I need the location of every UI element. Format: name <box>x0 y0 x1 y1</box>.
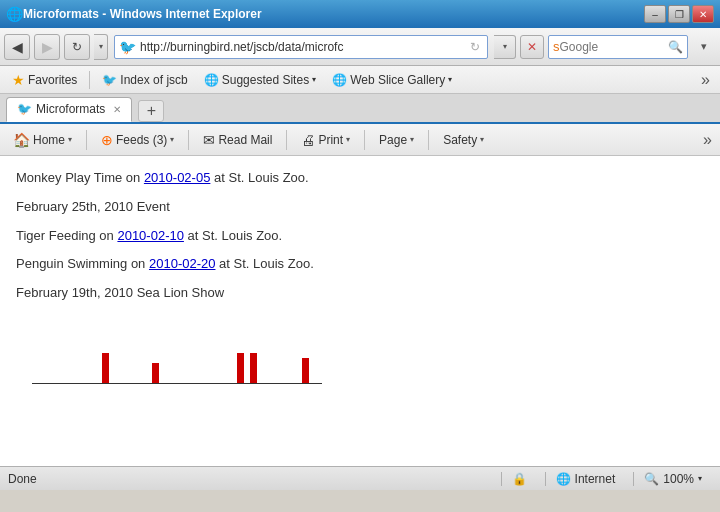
title-bar: 🌐 Microformats - Windows Internet Explor… <box>0 0 720 28</box>
chart-bar-3 <box>237 353 244 383</box>
back-button[interactable]: ◀ <box>4 34 30 60</box>
nav-dropdown-button[interactable]: ▾ <box>94 34 108 60</box>
favorites-button[interactable]: ★ Favorites <box>6 70 83 90</box>
home-dropdown-icon: ▾ <box>68 135 72 144</box>
search-options-button[interactable]: ▾ <box>692 35 716 59</box>
tab-microformats[interactable]: 🐦 Microformats ✕ <box>6 97 132 122</box>
chart-area <box>32 324 688 384</box>
toolbar-sep-1 <box>86 130 87 150</box>
toolbar: 🏠 Home ▾ ⊕ Feeds (3) ▾ ✉ Read Mail 🖨 Pri… <box>0 124 720 156</box>
star-icon: ★ <box>12 72 25 88</box>
tab-icon: 🐦 <box>17 102 32 116</box>
zone-label: Internet <box>575 472 616 486</box>
chart-bar-2 <box>152 363 159 383</box>
print-button[interactable]: 🖨 Print ▾ <box>292 128 359 152</box>
web-slice-link[interactable]: 🌐 Web Slice Gallery ▾ <box>326 71 458 89</box>
toolbar-sep-5 <box>428 130 429 150</box>
print-dropdown-icon: ▾ <box>346 135 350 144</box>
tab-bar: 🐦 Microformats ✕ + <box>0 94 720 124</box>
read-mail-button[interactable]: ✉ Read Mail <box>194 128 281 152</box>
feeds-dropdown-icon: ▾ <box>170 135 174 144</box>
link-2010-02-05[interactable]: 2010-02-05 <box>144 170 211 185</box>
home-icon: 🏠 <box>13 132 30 148</box>
toolbar-sep-4 <box>364 130 365 150</box>
mail-icon: ✉ <box>203 132 215 148</box>
fav-divider-1 <box>89 71 90 89</box>
status-zone: 🌐 Internet <box>545 472 626 486</box>
index-label: Index of jscb <box>120 73 187 87</box>
print-icon: 🖨 <box>301 132 315 148</box>
refresh-button[interactable]: ↻ <box>64 34 90 60</box>
readmail-label: Read Mail <box>218 133 272 147</box>
feeds-button[interactable]: ⊕ Feeds (3) ▾ <box>92 128 183 152</box>
favorites-label: Favorites <box>28 73 77 87</box>
chart-bar-4 <box>250 353 257 383</box>
status-bar: Done 🔒 🌐 Internet 🔍 100% ▾ <box>0 466 720 490</box>
home-label: Home <box>33 133 65 147</box>
zoom-dropdown-icon: ▾ <box>698 474 702 483</box>
content-line-4: Penguin Swimming on 2010-02-20 at St. Lo… <box>16 254 704 275</box>
page-dropdown-icon: ▾ <box>410 135 414 144</box>
page-label: Page <box>379 133 407 147</box>
site-icon: 🐦 <box>119 39 136 55</box>
safety-button[interactable]: Safety ▾ <box>434 129 493 151</box>
search-submit-button[interactable]: 🔍 <box>668 40 683 54</box>
safety-label: Safety <box>443 133 477 147</box>
close-button[interactable]: ✕ <box>692 5 714 23</box>
search-input[interactable] <box>560 40 669 54</box>
window-controls: – ❐ ✕ <box>644 5 714 23</box>
expand-toolbar-button[interactable]: » <box>697 71 714 89</box>
navigation-bar: ◀ ▶ ↻ ▾ 🐦 http://burningbird.net/jscb/da… <box>0 28 720 66</box>
print-label: Print <box>318 133 343 147</box>
chart-bar-5 <box>302 358 309 383</box>
suggested-sites-link[interactable]: 🌐 Suggested Sites ▾ <box>198 71 322 89</box>
new-tab-button[interactable]: + <box>138 100 164 122</box>
window-title: Microformats - Windows Internet Explorer <box>23 7 644 21</box>
content-line-3: Tiger Feeding on 2010-02-10 at St. Louis… <box>16 226 704 247</box>
suggested-dropdown-icon: ▾ <box>312 75 316 84</box>
suggested-label: Suggested Sites <box>222 73 309 87</box>
status-text: Done <box>8 472 493 486</box>
content-line-5: February 19th, 2010 Sea Lion Show <box>16 283 704 304</box>
toolbar-sep-3 <box>286 130 287 150</box>
address-dropdown-button[interactable]: ▾ <box>494 35 516 59</box>
content-line-2: February 25th, 2010 Event <box>16 197 704 218</box>
link-2010-02-20[interactable]: 2010-02-20 <box>149 256 216 271</box>
home-button[interactable]: 🏠 Home ▾ <box>4 128 81 152</box>
webslice-icon: 🌐 <box>332 73 347 87</box>
address-refresh-icon[interactable]: ↻ <box>467 39 483 55</box>
safety-dropdown-icon: ▾ <box>480 135 484 144</box>
feeds-icon: ⊕ <box>101 132 113 148</box>
content-area: Monkey Play Time on 2010-02-05 at St. Lo… <box>0 156 720 466</box>
stop-button[interactable]: ✕ <box>520 35 544 59</box>
jscb-icon: 🐦 <box>102 73 117 87</box>
tab-label: Microformats <box>36 102 105 116</box>
chart-bar-1 <box>102 353 109 383</box>
expand-toolbar-button-2[interactable]: » <box>699 131 716 149</box>
webslice-dropdown-icon: ▾ <box>448 75 452 84</box>
search-bar[interactable]: s 🔍 <box>548 35 688 59</box>
link-2010-02-10[interactable]: 2010-02-10 <box>117 228 184 243</box>
address-input[interactable]: http://burningbird.net/jscb/data/microfc <box>140 40 467 54</box>
feeds-label: Feeds (3) <box>116 133 167 147</box>
page-button[interactable]: Page ▾ <box>370 129 423 151</box>
toolbar-sep-2 <box>188 130 189 150</box>
content-line-1: Monkey Play Time on 2010-02-05 at St. Lo… <box>16 168 704 189</box>
forward-button[interactable]: ▶ <box>34 34 60 60</box>
address-bar[interactable]: 🐦 http://burningbird.net/jscb/data/micro… <box>114 35 488 59</box>
zoom-level: 100% <box>663 472 694 486</box>
favorites-bar: ★ Favorites 🐦 Index of jscb 🌐 Suggested … <box>0 66 720 94</box>
index-of-jscb-link[interactable]: 🐦 Index of jscb <box>96 71 193 89</box>
restore-button[interactable]: ❐ <box>668 5 690 23</box>
ie-logo-icon: 🌐 <box>6 6 23 22</box>
status-zoom[interactable]: 🔍 100% ▾ <box>633 472 712 486</box>
status-protect: 🔒 <box>501 472 537 486</box>
minimize-button[interactable]: – <box>644 5 666 23</box>
zoom-icon: 🔍 <box>644 472 659 486</box>
protect-icon: 🔒 <box>512 472 527 486</box>
webslice-label: Web Slice Gallery <box>350 73 445 87</box>
chart-baseline <box>32 383 322 384</box>
tab-close-button[interactable]: ✕ <box>113 104 121 115</box>
zone-icon: 🌐 <box>556 472 571 486</box>
suggested-icon: 🌐 <box>204 73 219 87</box>
